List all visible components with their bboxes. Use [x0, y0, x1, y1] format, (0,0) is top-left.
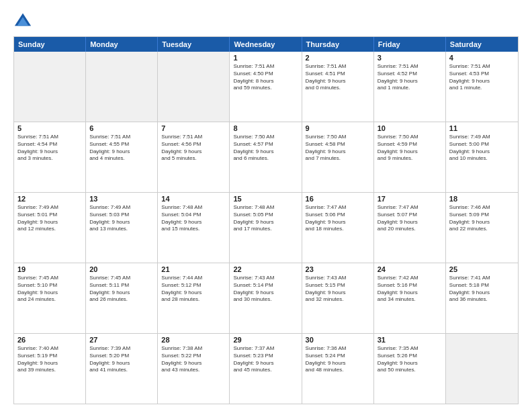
cal-cell: 8Sunrise: 7:50 AMSunset: 4:57 PMDaylight…	[230, 122, 302, 192]
cal-cell: 2Sunrise: 7:51 AMSunset: 4:51 PMDaylight…	[302, 52, 374, 122]
cal-cell: 13Sunrise: 7:49 AMSunset: 5:03 PMDayligh…	[86, 193, 158, 263]
cal-cell: 19Sunrise: 7:45 AMSunset: 5:10 PMDayligh…	[14, 263, 86, 333]
cal-cell: 20Sunrise: 7:45 AMSunset: 5:11 PMDayligh…	[86, 263, 158, 333]
cell-info: Sunrise: 7:42 AMSunset: 5:16 PMDaylight:…	[378, 275, 442, 304]
day-number: 6	[89, 124, 154, 132]
cell-info: Sunrise: 7:48 AMSunset: 5:05 PMDaylight:…	[233, 204, 298, 233]
cell-info: Sunrise: 7:49 AMSunset: 5:03 PMDaylight:…	[89, 204, 154, 233]
calendar-row-3: 12Sunrise: 7:49 AMSunset: 5:01 PMDayligh…	[14, 192, 518, 263]
cell-info: Sunrise: 7:47 AMSunset: 5:07 PMDaylight:…	[378, 204, 442, 233]
day-number: 29	[233, 336, 298, 344]
day-number: 11	[449, 124, 515, 132]
cell-info: Sunrise: 7:51 AMSunset: 4:52 PMDaylight:…	[378, 63, 442, 92]
cell-info: Sunrise: 7:36 AMSunset: 5:24 PMDaylight:…	[306, 345, 370, 374]
day-number: 9	[306, 124, 370, 132]
cal-cell: 30Sunrise: 7:36 AMSunset: 5:24 PMDayligh…	[302, 334, 374, 404]
day-number: 31	[378, 336, 442, 344]
logo	[13, 12, 35, 31]
cell-info: Sunrise: 7:37 AMSunset: 5:23 PMDaylight:…	[233, 345, 298, 374]
day-number: 26	[17, 336, 82, 344]
day-number: 8	[233, 124, 298, 132]
day-number: 13	[89, 195, 154, 203]
cal-cell: 21Sunrise: 7:44 AMSunset: 5:12 PMDayligh…	[158, 263, 230, 333]
day-number: 19	[17, 265, 82, 273]
day-number: 25	[449, 265, 515, 273]
cell-info: Sunrise: 7:35 AMSunset: 5:26 PMDaylight:…	[378, 345, 442, 374]
cal-cell: 24Sunrise: 7:42 AMSunset: 5:16 PMDayligh…	[374, 263, 446, 333]
day-header-wednesday: Wednesday	[230, 37, 302, 52]
day-header-monday: Monday	[86, 37, 158, 52]
cal-cell: 1Sunrise: 7:51 AMSunset: 4:50 PMDaylight…	[230, 52, 302, 122]
cal-cell: 26Sunrise: 7:40 AMSunset: 5:19 PMDayligh…	[14, 334, 86, 404]
day-header-saturday: Saturday	[446, 37, 518, 52]
cell-info: Sunrise: 7:51 AMSunset: 4:56 PMDaylight:…	[161, 134, 226, 163]
calendar-row-5: 26Sunrise: 7:40 AMSunset: 5:19 PMDayligh…	[14, 333, 518, 404]
day-number: 3	[378, 54, 442, 62]
cal-cell	[86, 52, 158, 122]
cal-cell: 17Sunrise: 7:47 AMSunset: 5:07 PMDayligh…	[374, 193, 446, 263]
day-header-sunday: Sunday	[14, 37, 86, 52]
cell-info: Sunrise: 7:50 AMSunset: 4:59 PMDaylight:…	[378, 134, 442, 163]
cell-info: Sunrise: 7:50 AMSunset: 4:57 PMDaylight:…	[233, 134, 298, 163]
day-number: 14	[161, 195, 226, 203]
cal-cell: 6Sunrise: 7:51 AMSunset: 4:55 PMDaylight…	[86, 122, 158, 192]
cal-cell: 4Sunrise: 7:51 AMSunset: 4:53 PMDaylight…	[446, 52, 518, 122]
day-number: 28	[161, 336, 226, 344]
day-number: 27	[89, 336, 154, 344]
logo-icon	[13, 12, 32, 31]
cell-info: Sunrise: 7:39 AMSunset: 5:20 PMDaylight:…	[89, 345, 154, 374]
cal-cell: 22Sunrise: 7:43 AMSunset: 5:14 PMDayligh…	[230, 263, 302, 333]
cal-cell: 29Sunrise: 7:37 AMSunset: 5:23 PMDayligh…	[230, 334, 302, 404]
page: SundayMondayTuesdayWednesdayThursdayFrid…	[0, 0, 532, 411]
day-number: 16	[306, 195, 370, 203]
day-number: 22	[233, 265, 298, 273]
cell-info: Sunrise: 7:51 AMSunset: 4:51 PMDaylight:…	[306, 63, 370, 92]
cal-cell: 3Sunrise: 7:51 AMSunset: 4:52 PMDaylight…	[374, 52, 446, 122]
day-header-friday: Friday	[374, 37, 446, 52]
cal-cell	[446, 334, 518, 404]
day-number: 23	[306, 265, 370, 273]
header	[13, 12, 519, 31]
cell-info: Sunrise: 7:43 AMSunset: 5:15 PMDaylight:…	[306, 275, 370, 304]
cell-info: Sunrise: 7:43 AMSunset: 5:14 PMDaylight:…	[233, 275, 298, 304]
cell-info: Sunrise: 7:47 AMSunset: 5:06 PMDaylight:…	[306, 204, 370, 233]
cal-cell: 14Sunrise: 7:48 AMSunset: 5:04 PMDayligh…	[158, 193, 230, 263]
cal-cell: 25Sunrise: 7:41 AMSunset: 5:18 PMDayligh…	[446, 263, 518, 333]
day-number: 4	[449, 54, 515, 62]
day-number: 21	[161, 265, 226, 273]
cal-cell: 11Sunrise: 7:49 AMSunset: 5:00 PMDayligh…	[446, 122, 518, 192]
day-number: 5	[17, 124, 82, 132]
day-number: 18	[449, 195, 515, 203]
calendar-row-2: 5Sunrise: 7:51 AMSunset: 4:54 PMDaylight…	[14, 122, 518, 192]
cell-info: Sunrise: 7:45 AMSunset: 5:11 PMDaylight:…	[89, 275, 154, 304]
cell-info: Sunrise: 7:51 AMSunset: 4:54 PMDaylight:…	[17, 134, 82, 163]
calendar-row-4: 19Sunrise: 7:45 AMSunset: 5:10 PMDayligh…	[14, 263, 518, 333]
cell-info: Sunrise: 7:46 AMSunset: 5:09 PMDaylight:…	[449, 204, 515, 233]
cell-info: Sunrise: 7:51 AMSunset: 4:53 PMDaylight:…	[449, 63, 515, 92]
day-number: 12	[17, 195, 82, 203]
cell-info: Sunrise: 7:51 AMSunset: 4:55 PMDaylight:…	[89, 134, 154, 163]
day-header-thursday: Thursday	[302, 37, 374, 52]
cal-cell: 7Sunrise: 7:51 AMSunset: 4:56 PMDaylight…	[158, 122, 230, 192]
day-number: 30	[306, 336, 370, 344]
cal-cell: 31Sunrise: 7:35 AMSunset: 5:26 PMDayligh…	[374, 334, 446, 404]
cal-cell: 18Sunrise: 7:46 AMSunset: 5:09 PMDayligh…	[446, 193, 518, 263]
cal-cell: 15Sunrise: 7:48 AMSunset: 5:05 PMDayligh…	[230, 193, 302, 263]
cal-cell: 23Sunrise: 7:43 AMSunset: 5:15 PMDayligh…	[302, 263, 374, 333]
day-number: 24	[378, 265, 442, 273]
day-number: 15	[233, 195, 298, 203]
cal-cell: 28Sunrise: 7:38 AMSunset: 5:22 PMDayligh…	[158, 334, 230, 404]
cell-info: Sunrise: 7:49 AMSunset: 5:00 PMDaylight:…	[449, 134, 515, 163]
calendar-body: 1Sunrise: 7:51 AMSunset: 4:50 PMDaylight…	[14, 52, 518, 404]
cal-cell	[14, 52, 86, 122]
cal-cell: 27Sunrise: 7:39 AMSunset: 5:20 PMDayligh…	[86, 334, 158, 404]
day-number: 20	[89, 265, 154, 273]
day-number: 2	[306, 54, 370, 62]
calendar-row-1: 1Sunrise: 7:51 AMSunset: 4:50 PMDaylight…	[14, 52, 518, 122]
day-number: 10	[378, 124, 442, 132]
cal-cell: 9Sunrise: 7:50 AMSunset: 4:58 PMDaylight…	[302, 122, 374, 192]
day-number: 1	[233, 54, 298, 62]
cal-cell: 16Sunrise: 7:47 AMSunset: 5:06 PMDayligh…	[302, 193, 374, 263]
day-header-tuesday: Tuesday	[158, 37, 230, 52]
day-number: 7	[161, 124, 226, 132]
